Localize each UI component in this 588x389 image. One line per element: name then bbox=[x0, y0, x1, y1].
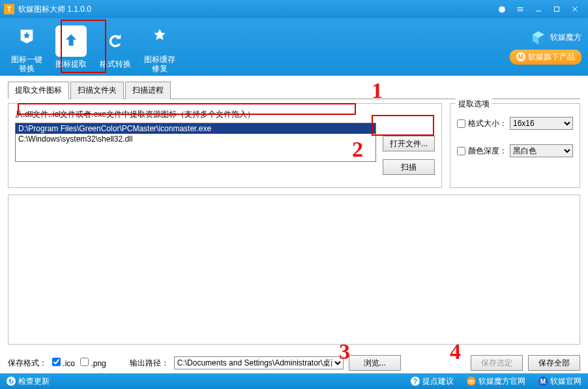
options-title: 提取选项 bbox=[456, 99, 492, 110]
png-checkbox[interactable] bbox=[80, 358, 89, 366]
brand-area[interactable]: 软媒魔方 bbox=[510, 30, 581, 46]
file-row-selected[interactable]: D:\Program Files\GreenColor\PCMaster\ico… bbox=[16, 123, 375, 134]
toolbar-repair-cache[interactable]: 图标缓存 修复 bbox=[140, 21, 180, 73]
save-format-label: 保存格式： bbox=[8, 358, 47, 369]
sub-tabs: 提取文件图标 扫描文件夹 扫描进程 bbox=[8, 81, 580, 99]
suggest-link[interactable]: ?提点建议 bbox=[411, 376, 454, 387]
toolbar-replace-label: 图标一键 替换 bbox=[7, 55, 47, 73]
size-checkbox-label[interactable]: 格式大小： bbox=[457, 118, 507, 129]
skin-button[interactable] bbox=[493, 3, 511, 16]
window-title: 软媒图标大师 1.1.0.0 bbox=[18, 4, 493, 15]
site-icon: m bbox=[467, 377, 476, 386]
source-group: 从.dll文件,.icl文件或者.exe文件中提取资源图标（支持多个文件拖入） … bbox=[8, 103, 442, 188]
save-all-button[interactable]: 保存全部 bbox=[528, 355, 580, 371]
toolbar-repair-label: 图标缓存 修复 bbox=[140, 55, 180, 73]
open-file-button[interactable]: 打开文件... bbox=[383, 136, 435, 151]
icon-preview-area bbox=[8, 194, 580, 345]
svg-rect-0 bbox=[536, 11, 541, 12]
ruanmei-site-link[interactable]: M软媒官网 bbox=[538, 376, 581, 387]
source-hint: 从.dll文件,.icl文件或者.exe文件中提取资源图标（支持多个文件拖入） bbox=[15, 109, 435, 120]
depth-checkbox[interactable] bbox=[457, 147, 465, 155]
bottom-controls: 保存格式： .ico .png 输出路径： C:\Documents and S… bbox=[8, 355, 580, 371]
globe-icon: M bbox=[538, 377, 548, 386]
main-toolbar: 图标一键 替换 图标提取 格式转换 图标缓存 修复 软媒魔方 M 软媒旗下产品 bbox=[0, 18, 588, 76]
file-row[interactable]: C:\Windows\system32\shell32.dll bbox=[16, 134, 375, 144]
toolbar-extract-label: 图标提取 bbox=[51, 59, 91, 69]
output-path-select[interactable]: C:\Documents and Settings\Administrator\… bbox=[174, 356, 344, 369]
size-select[interactable]: 16x16 bbox=[510, 117, 573, 130]
tab-scan-process[interactable]: 扫描进程 bbox=[125, 82, 171, 99]
app-icon: T bbox=[4, 4, 14, 14]
menu-button[interactable] bbox=[511, 3, 529, 16]
maximize-button[interactable] bbox=[548, 3, 566, 16]
brand-text: 软媒魔方 bbox=[550, 32, 581, 43]
scan-button[interactable]: 扫描 bbox=[383, 159, 435, 175]
options-group: 提取选项 格式大小： 16x16 颜色深度： 黑白色 bbox=[450, 103, 580, 188]
ico-checkbox-label[interactable]: .ico bbox=[52, 358, 75, 368]
products-label: 软媒旗下产品 bbox=[528, 52, 575, 63]
ico-checkbox[interactable] bbox=[52, 358, 61, 366]
toolbar-convert-label: 格式转换 bbox=[95, 59, 136, 69]
toolbar-convert-format[interactable]: 格式转换 bbox=[95, 25, 136, 69]
png-checkbox-label[interactable]: .png bbox=[80, 358, 106, 368]
products-button[interactable]: M 软媒旗下产品 bbox=[510, 50, 581, 65]
status-bar: ↻检查更新 ?提点建议 m软媒魔方官网 M软媒官网 bbox=[0, 373, 588, 389]
update-icon: ↻ bbox=[7, 377, 16, 386]
file-list[interactable]: D:\Program Files\GreenColor\PCMaster\ico… bbox=[15, 123, 376, 162]
cube-site-link[interactable]: m软媒魔方官网 bbox=[467, 376, 525, 387]
m-badge-icon: M bbox=[516, 52, 525, 61]
close-button[interactable] bbox=[566, 3, 584, 16]
chat-icon: ? bbox=[411, 377, 420, 386]
title-bar: T 软媒图标大师 1.1.0.0 bbox=[0, 0, 588, 18]
tab-extract-file-icons[interactable]: 提取文件图标 bbox=[8, 82, 69, 99]
toolbar-extract-icons[interactable]: 图标提取 bbox=[51, 25, 91, 69]
cube-icon bbox=[531, 30, 546, 46]
refresh-icon bbox=[106, 32, 125, 50]
save-selected-button[interactable]: 保存选定 bbox=[471, 355, 523, 371]
tab-scan-folder[interactable]: 扫描文件夹 bbox=[70, 82, 124, 99]
toolbar-replace-icons[interactable]: 图标一键 替换 bbox=[7, 21, 47, 73]
svg-rect-1 bbox=[555, 7, 559, 12]
wrench-star-icon bbox=[151, 27, 169, 46]
check-update-link[interactable]: ↻检查更新 bbox=[7, 376, 50, 387]
depth-select[interactable]: 黑白色 bbox=[510, 144, 573, 157]
upload-arrow-icon bbox=[62, 32, 80, 50]
browse-button[interactable]: 浏览... bbox=[349, 355, 401, 371]
output-path-label: 输出路径： bbox=[130, 358, 169, 369]
star-badge-icon bbox=[18, 27, 36, 46]
size-checkbox[interactable] bbox=[457, 119, 465, 128]
depth-checkbox-label[interactable]: 颜色深度： bbox=[457, 146, 507, 157]
minimize-button[interactable] bbox=[529, 3, 548, 16]
